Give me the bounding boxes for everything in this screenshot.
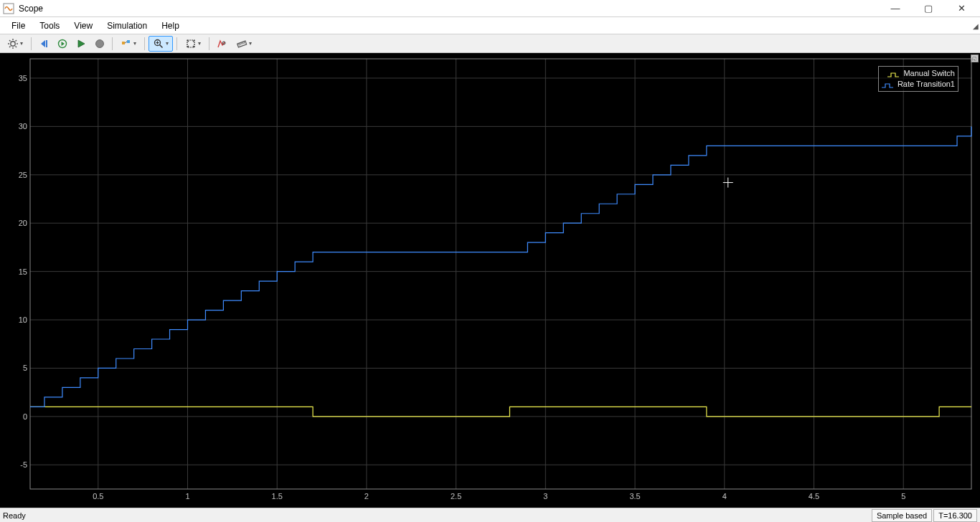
- svg-text:5: 5: [901, 492, 905, 500]
- configure-button[interactable]: [3, 36, 27, 52]
- toolbar-separator: [112, 37, 113, 50]
- toolbar-separator: [176, 37, 177, 50]
- svg-point-12: [96, 39, 104, 47]
- svg-text:2: 2: [364, 492, 369, 500]
- measurements-button[interactable]: [232, 36, 256, 52]
- close-button[interactable]: ✕: [951, 3, 971, 14]
- step-back-button[interactable]: [35, 36, 52, 52]
- svg-text:25: 25: [19, 171, 27, 179]
- svg-text:3.5: 3.5: [629, 492, 640, 500]
- toolbar-separator: [209, 37, 209, 50]
- svg-text:1.5: 1.5: [272, 492, 283, 500]
- svg-rect-13: [122, 42, 125, 44]
- menu-simulation[interactable]: Simulation: [100, 17, 154, 34]
- autoscale-button[interactable]: [181, 36, 205, 52]
- status-time: T=16.300: [933, 509, 977, 522]
- status-ready: Ready: [3, 511, 870, 520]
- menu-file[interactable]: File: [4, 17, 32, 34]
- cursor-measure-button[interactable]: [213, 36, 230, 52]
- toolbar: [0, 34, 980, 53]
- svg-rect-66: [30, 59, 971, 489]
- legend-label: Manual Switch: [903, 68, 955, 79]
- plot-canvas[interactable]: 0.511.522.533.544.55-505101520253035: [0, 53, 980, 508]
- triggers-button[interactable]: [116, 36, 141, 52]
- svg-text:4: 4: [722, 492, 727, 500]
- svg-line-25: [241, 42, 242, 44]
- menu-tools[interactable]: Tools: [32, 17, 67, 34]
- maximize-button[interactable]: ▢: [918, 3, 938, 14]
- minimize-button[interactable]: —: [885, 3, 905, 14]
- plot-area[interactable]: ◱ 0.511.522.533.544.55-505101520253035 M…: [0, 53, 980, 508]
- legend-item[interactable]: Rate Transition1: [882, 79, 955, 90]
- svg-line-17: [160, 44, 163, 47]
- svg-text:35: 35: [19, 74, 27, 82]
- run-button[interactable]: [72, 36, 90, 52]
- svg-text:0.5: 0.5: [93, 492, 103, 500]
- window-controls: — ▢ ✕: [885, 3, 977, 14]
- toolbar-separator: [144, 37, 145, 50]
- app-icon: [3, 3, 14, 14]
- svg-text:30: 30: [19, 122, 27, 130]
- svg-text:0: 0: [23, 412, 27, 421]
- svg-text:1: 1: [185, 492, 189, 500]
- menu-overflow-icon[interactable]: ◢: [973, 17, 979, 34]
- svg-line-23: [239, 43, 240, 45]
- svg-text:3: 3: [543, 492, 547, 500]
- svg-line-27: [244, 41, 245, 43]
- menubar: File Tools View Simulation Help ◢: [0, 17, 980, 34]
- menu-view[interactable]: View: [67, 17, 100, 34]
- zoom-button[interactable]: [149, 36, 173, 52]
- toolbar-separator: [31, 37, 32, 50]
- svg-text:5: 5: [23, 364, 27, 372]
- svg-line-26: [242, 42, 243, 44]
- legend[interactable]: Manual Switch Rate Transition1: [878, 66, 958, 92]
- statusbar: Ready Sample based T=16.300: [0, 508, 980, 522]
- svg-line-9: [16, 40, 17, 42]
- step-forward-button[interactable]: [54, 36, 71, 52]
- menu-help[interactable]: Help: [154, 17, 187, 34]
- svg-text:-5: -5: [20, 460, 27, 469]
- svg-text:15: 15: [19, 267, 27, 276]
- svg-line-24: [240, 42, 240, 44]
- titlebar: Scope — ▢ ✕: [0, 0, 980, 17]
- svg-text:10: 10: [19, 315, 27, 324]
- status-mode: Sample based: [872, 509, 932, 522]
- svg-line-6: [9, 40, 11, 42]
- svg-text:4.5: 4.5: [809, 492, 819, 500]
- svg-line-15: [125, 42, 127, 43]
- svg-text:2.5: 2.5: [451, 492, 461, 500]
- svg-text:20: 20: [19, 219, 27, 227]
- svg-line-7: [16, 46, 17, 47]
- legend-label: Rate Transition1: [897, 79, 955, 90]
- stop-button[interactable]: [91, 36, 108, 52]
- legend-item[interactable]: Manual Switch: [882, 68, 955, 79]
- svg-rect-14: [127, 40, 130, 43]
- svg-rect-10: [46, 40, 47, 47]
- svg-line-8: [9, 46, 11, 47]
- svg-point-1: [11, 41, 15, 45]
- window-title: Scope: [19, 4, 885, 14]
